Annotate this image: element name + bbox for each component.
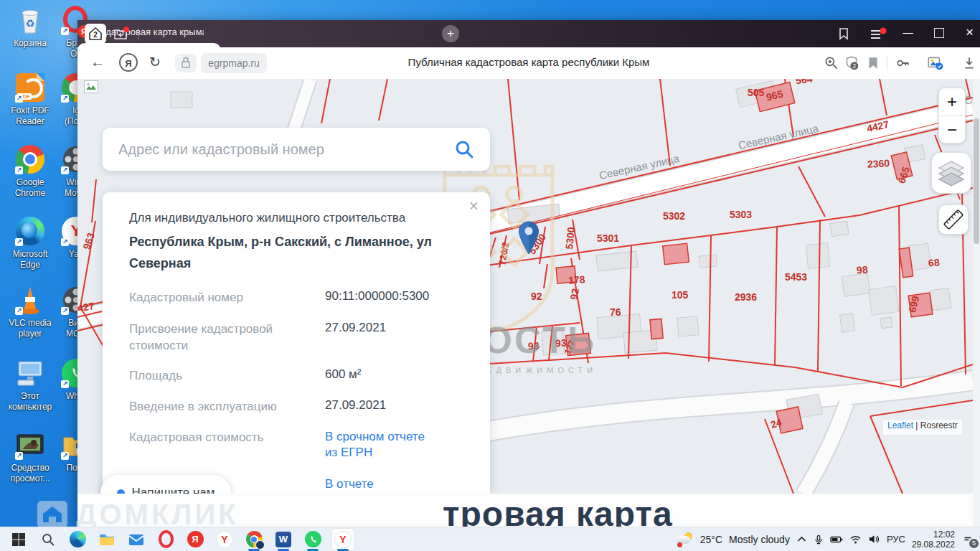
bookmark-flag-icon[interactable] bbox=[865, 55, 881, 71]
search-input[interactable] bbox=[117, 141, 454, 159]
svg-text:2: 2 bbox=[853, 63, 857, 70]
taskbar-chrome[interactable] bbox=[243, 529, 265, 550]
tray-date: 29.08.2022 bbox=[912, 540, 955, 550]
start-button[interactable] bbox=[8, 529, 29, 550]
urgent-report-link[interactable]: В срочном отчете из ЕГРН bbox=[325, 429, 425, 461]
system-tray: 25°C Mostly cloudy РУС 12:02 29.08.2022 … bbox=[677, 529, 980, 550]
address-bar[interactable]: egrpmap.ru bbox=[201, 53, 267, 73]
svg-text:2: 2 bbox=[93, 31, 98, 39]
map-viewport[interactable]: Северная улица Северная улица Се 505 965… bbox=[77, 79, 980, 527]
parcel-label: 76 bbox=[610, 306, 621, 318]
tray-chevron-icon[interactable] bbox=[796, 534, 807, 545]
notification-count-badge: 5 bbox=[969, 539, 979, 548]
tray-temperature[interactable]: 25°C bbox=[700, 534, 722, 545]
taskbar-edge[interactable] bbox=[67, 529, 88, 550]
desktop-icon-recycle-bin[interactable]: ♻ Корзина bbox=[7, 4, 53, 49]
photo-viewer-icon: ↗ bbox=[14, 429, 46, 461]
page-scrollbar[interactable] bbox=[973, 79, 980, 527]
zoom-page-icon[interactable] bbox=[824, 55, 839, 71]
parcel-label: 98 bbox=[856, 263, 868, 276]
tray-time: 12:02 bbox=[912, 529, 955, 540]
screenshot-tool-icon[interactable] bbox=[927, 55, 943, 71]
layers-button[interactable] bbox=[931, 152, 971, 194]
row-label: Кадастровая стоимость bbox=[129, 429, 321, 446]
tray-condition[interactable]: Mostly cloudy bbox=[729, 534, 790, 545]
weather-icon[interactable] bbox=[677, 532, 694, 547]
taskbar-search-button[interactable] bbox=[37, 529, 59, 550]
parcel-label: 92 bbox=[568, 288, 581, 301]
bookmarks-icon[interactable] bbox=[837, 27, 851, 44]
battery-icon[interactable] bbox=[830, 534, 843, 545]
tabbar-divider bbox=[138, 28, 138, 39]
zoom-in-button[interactable]: + bbox=[939, 88, 965, 116]
parcel-label: 105 bbox=[672, 289, 688, 301]
broken-image-icon bbox=[84, 80, 98, 93]
microphone-icon[interactable] bbox=[814, 534, 824, 545]
taskbar-whatsapp[interactable] bbox=[302, 529, 324, 550]
maximize-button[interactable] bbox=[934, 28, 944, 38]
parcel-label: 178 bbox=[567, 273, 585, 286]
taskbar-yandex[interactable]: Я bbox=[184, 529, 206, 550]
measure-button[interactable] bbox=[938, 204, 969, 235]
new-tab-button[interactable]: + bbox=[442, 25, 459, 42]
desktop-icon-vlc[interactable]: ↗ VLC media player bbox=[7, 284, 53, 339]
parcel-label: 5302 bbox=[663, 210, 685, 222]
toolbar-divider bbox=[887, 56, 887, 70]
chrome-icon: ↗ bbox=[14, 143, 46, 175]
desktop-icon-this-pc[interactable]: Этот компьютер bbox=[7, 357, 53, 413]
row-value: 90:11:000000:5300 bbox=[325, 289, 429, 303]
desktop-icon-edge[interactable]: ↗ Microsoft Edge bbox=[7, 215, 53, 270]
row-value: 27.09.2021 bbox=[325, 321, 386, 335]
scrollbar-thumb[interactable] bbox=[974, 118, 979, 244]
desktop-icon-photo-viewer[interactable]: ↗ Средство просмот... bbox=[7, 429, 53, 484]
downloads-icon[interactable] bbox=[961, 55, 977, 71]
ruler-icon bbox=[939, 205, 968, 234]
refresh-button[interactable]: ↻ bbox=[149, 54, 161, 70]
this-pc-icon bbox=[14, 357, 46, 389]
parcel-category: Для индивидуального жилищного строительс… bbox=[129, 211, 405, 225]
tab-panel-button[interactable]: 2 bbox=[85, 24, 106, 44]
back-button[interactable]: ← bbox=[90, 54, 105, 70]
desktop-icon-chrome[interactable]: ↗ Google Chrome bbox=[7, 143, 53, 199]
new-window-icon[interactable] bbox=[112, 26, 129, 44]
browser-window: 2 Я кадастровая карта крыма Публичная ка… bbox=[77, 20, 980, 527]
minimize-button[interactable]: — bbox=[903, 26, 913, 38]
taskbar-yandex-browser[interactable]: Y bbox=[214, 529, 235, 550]
browser-tab-bar: 2 Я кадастровая карта крыма Публичная ка… bbox=[77, 20, 980, 47]
taskbar-opera[interactable] bbox=[155, 529, 176, 550]
taskbar-mail[interactable] bbox=[126, 529, 147, 550]
row-label: Кадастровый номер bbox=[129, 289, 321, 306]
zoom-control: + − bbox=[938, 88, 966, 143]
taskbar-file-explorer[interactable] bbox=[96, 529, 118, 550]
close-button[interactable]: × bbox=[966, 24, 974, 40]
map-pin[interactable] bbox=[518, 221, 540, 255]
page-title: Публичная кадастровая карта республики К… bbox=[408, 56, 650, 68]
desktop-icon-label: Корзина bbox=[7, 38, 53, 49]
password-key-icon[interactable] bbox=[895, 55, 911, 71]
panel-close-icon[interactable]: × bbox=[469, 197, 479, 216]
tray-language[interactable]: РУС bbox=[887, 534, 905, 545]
wifi-icon[interactable] bbox=[849, 534, 862, 545]
parcel-label: 5303 bbox=[730, 209, 752, 220]
parcel-label: 505 bbox=[748, 87, 764, 98]
site-security-chip[interactable] bbox=[175, 54, 197, 72]
taskbar: Я Y W Y 25°C Mostly cloudy bbox=[0, 527, 980, 551]
notification-center-icon[interactable]: 5 bbox=[961, 533, 976, 546]
parcel-label: 5453 bbox=[785, 271, 807, 283]
taskbar-yandex-browser-active[interactable]: Y bbox=[331, 528, 354, 551]
protect-shield-icon[interactable]: 2 bbox=[844, 55, 859, 71]
row-value: 600 м² bbox=[325, 367, 361, 382]
taskbar-word[interactable]: W bbox=[273, 529, 294, 550]
leaflet-link[interactable]: Leaflet bbox=[887, 420, 913, 430]
browser-menu-icon[interactable] bbox=[870, 27, 887, 44]
parcel-label: 5301 bbox=[597, 232, 619, 244]
search-icon[interactable] bbox=[454, 139, 474, 159]
row-label: Присвоение кадастровой стоимости bbox=[129, 321, 321, 354]
yandex-button[interactable]: Я bbox=[119, 53, 138, 72]
speaker-icon[interactable] bbox=[868, 534, 880, 545]
tray-clock[interactable]: 12:02 29.08.2022 bbox=[912, 529, 955, 550]
recycle-bin-icon: ♻ bbox=[14, 4, 46, 36]
chrome-profile-badge bbox=[255, 540, 265, 550]
zoom-out-button[interactable]: − bbox=[939, 116, 965, 143]
desktop-icon-foxit[interactable]: PDF ↗ Foxit PDF Reader bbox=[7, 72, 53, 127]
